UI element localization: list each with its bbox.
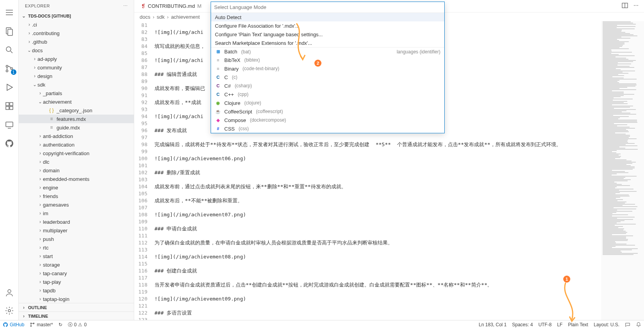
sidebar-more-icon[interactable]: ⋯: [123, 4, 128, 9]
folder-item[interactable]: ›gamesaves: [19, 200, 134, 209]
language-item[interactable]: CC#(csharp): [211, 81, 444, 90]
sb-problems[interactable]: ⓧ0 ⚠0: [65, 320, 89, 329]
sb-branch[interactable]: master*: [27, 320, 55, 329]
folder-item[interactable]: ⌄achievement: [19, 97, 134, 106]
explorer-icon[interactable]: [4, 26, 15, 37]
folder-item[interactable]: ›.contributing: [19, 29, 134, 37]
sidebar-title: EXPLORER: [25, 4, 50, 8]
language-action-item[interactable]: Auto Detect: [211, 13, 444, 21]
language-item[interactable]: CC++(cpp): [211, 90, 444, 99]
folder-item[interactable]: ›multiplayer: [19, 226, 134, 235]
chevron-right-icon: ›: [37, 193, 43, 199]
timeline-header[interactable]: › TIMELINE: [19, 311, 134, 320]
folder-item[interactable]: ›domain: [19, 166, 134, 175]
language-icon: ≡: [215, 65, 221, 72]
folder-item[interactable]: ›engine: [19, 183, 134, 192]
folder-item[interactable]: ⌄sdk: [19, 80, 134, 89]
chevron-right-icon: ›: [37, 185, 43, 190]
tree-item-label: .ci: [32, 22, 37, 28]
folder-item[interactable]: ›tap-canary: [19, 269, 134, 278]
tree-item-label: tap-canary: [43, 271, 67, 276]
tree-item-label: docs: [32, 48, 43, 53]
tab-contributing[interactable]: ❡ CONTRIBUTING.md M: [137, 0, 205, 12]
folder-item[interactable]: ›friends: [19, 192, 134, 200]
folder-item[interactable]: ›embedded-moments: [19, 175, 134, 183]
language-search-input[interactable]: [211, 2, 444, 12]
language-action-item[interactable]: Search Marketplace Extensions for '.mdx'…: [211, 39, 444, 47]
source-control-icon[interactable]: 1: [4, 63, 15, 74]
tree-item-label: rtc: [43, 245, 48, 251]
file-item[interactable]: ≡guide.mdx: [19, 123, 134, 132]
folder-item[interactable]: ⌄docs: [19, 46, 134, 55]
language-item[interactable]: #CSS(css): [211, 124, 444, 133]
folder-item[interactable]: ›anti-addiction: [19, 132, 134, 140]
project-header[interactable]: ⌄ TDS-DOCS [GITHUB]: [19, 12, 134, 20]
file-item[interactable]: { }_category_.json: [19, 106, 134, 115]
github-icon[interactable]: [4, 138, 15, 149]
language-action-item[interactable]: Configure File Association for '.mdx'...: [211, 21, 444, 30]
chevron-right-icon: ›: [37, 279, 43, 285]
chevron-right-icon: ›: [37, 176, 43, 182]
language-item[interactable]: CC(c): [211, 73, 444, 81]
ribbon-icon: ❡: [141, 3, 145, 9]
chevron-right-icon: ›: [37, 202, 43, 207]
chevron-right-icon: ›: [37, 168, 43, 173]
file-icon: { }: [48, 107, 55, 113]
account-icon[interactable]: [4, 287, 15, 298]
sb-keyboard-layout[interactable]: Layout: U.S.: [591, 322, 622, 327]
folder-item[interactable]: ›.ci: [19, 20, 134, 29]
sb-bell-icon[interactable]: [633, 322, 644, 327]
folder-item[interactable]: ›dlc: [19, 157, 134, 166]
file-item[interactable]: ≡features.mdx: [19, 115, 134, 123]
sb-sync[interactable]: ↻: [56, 320, 65, 329]
minimap[interactable]: [601, 21, 644, 320]
sb-github[interactable]: GitHub: [0, 320, 27, 329]
language-icon: ⊞: [215, 49, 221, 55]
language-action-item[interactable]: Configure 'Plain Text' language based se…: [211, 30, 444, 39]
folder-item[interactable]: ›rtc: [19, 243, 134, 252]
chevron-right-icon: ›: [32, 65, 37, 70]
folder-item[interactable]: ›authentication: [19, 140, 134, 149]
language-icon: ≡: [215, 57, 221, 63]
folder-item[interactable]: ›community: [19, 63, 134, 72]
language-icon: C: [215, 91, 221, 97]
language-item[interactable]: ≡Binary(code-text-binary): [211, 64, 444, 73]
settings-gear-icon[interactable]: [4, 305, 15, 316]
folder-item[interactable]: ›.github: [19, 37, 134, 46]
folder-item[interactable]: ›taptap-login: [19, 295, 134, 303]
chevron-right-icon: ›: [37, 90, 43, 96]
sb-cursor-position[interactable]: Ln 183, Col 1: [476, 322, 509, 327]
folder-item[interactable]: ›tapdb: [19, 286, 134, 295]
svg-point-14: [31, 323, 32, 324]
folder-item[interactable]: ›copyright-verification: [19, 149, 134, 157]
extensions-icon[interactable]: [4, 101, 15, 111]
folder-item[interactable]: ›design: [19, 72, 134, 80]
folder-item[interactable]: ›leaderboard: [19, 218, 134, 226]
sb-encoding[interactable]: UTF-8: [536, 322, 554, 327]
folder-item[interactable]: ›tap-play: [19, 278, 134, 286]
folder-item[interactable]: ›push: [19, 235, 134, 243]
folder-item[interactable]: ›im: [19, 209, 134, 218]
svg-point-4: [6, 70, 8, 72]
folder-item[interactable]: ›storage: [19, 260, 134, 269]
search-icon[interactable]: [4, 44, 15, 55]
language-item[interactable]: ≡BibTeX(bibtex): [211, 56, 444, 64]
editor-more-icon[interactable]: ⋯: [633, 2, 639, 10]
folder-item[interactable]: ›ad-apply: [19, 55, 134, 63]
menu-icon[interactable]: [4, 7, 15, 18]
language-item[interactable]: ⊞Batch(bat)languages (identifier): [211, 47, 444, 56]
split-editor-icon[interactable]: [622, 2, 628, 10]
chevron-down-icon: ⌄: [32, 82, 37, 87]
sb-indentation[interactable]: Spaces: 4: [509, 322, 536, 327]
run-debug-icon[interactable]: [4, 82, 15, 93]
language-item[interactable]: ☕CoffeeScript(coffeescript): [211, 107, 444, 116]
remote-icon[interactable]: [4, 119, 15, 130]
chevron-right-icon: ›: [37, 159, 43, 164]
outline-header[interactable]: › OUTLINE: [19, 303, 134, 311]
language-item[interactable]: ◉Clojure(clojure): [211, 99, 444, 107]
folder-item[interactable]: ›start: [19, 252, 134, 260]
language-item[interactable]: ◈Compose(dockercompose): [211, 116, 444, 124]
tree-item-label: storage: [43, 262, 60, 268]
sb-feedback-icon[interactable]: [622, 322, 633, 327]
folder-item[interactable]: ›_partials: [19, 89, 134, 97]
